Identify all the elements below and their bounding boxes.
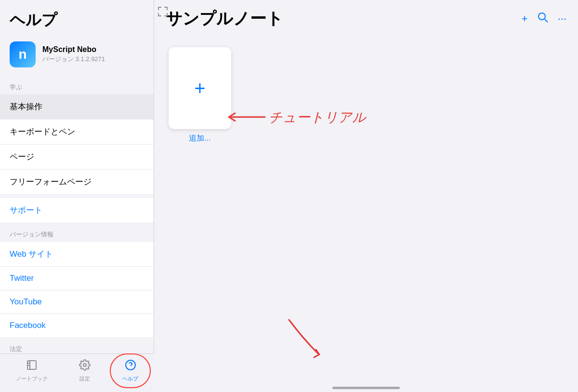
- sidebar-title: ヘルプ: [0, 0, 154, 36]
- svg-text:チュートリアル: チュートリアル: [269, 110, 367, 125]
- main-content: サンプルノート + ··· + 追加...: [154, 0, 578, 392]
- notebook-card-wrapper: + 追加...: [169, 47, 231, 129]
- tab-settings[interactable]: 設定: [73, 356, 96, 385]
- help-icon: [125, 359, 136, 374]
- tutorial-annotation: チュートリアル: [226, 95, 381, 139]
- menu-item-twitter[interactable]: Twitter: [0, 267, 154, 290]
- svg-line-8: [545, 19, 548, 22]
- sidebar: ヘルプ n MyScript Nebo バージョン 3.1.2.9271 学ぶ …: [0, 0, 154, 392]
- main-title: サンプルノート: [166, 8, 283, 30]
- tab-help[interactable]: ヘルプ: [117, 356, 144, 385]
- settings-tab-label: 設定: [79, 375, 90, 382]
- app-details: MyScript Nebo バージョン 3.1.2.9271: [42, 45, 105, 64]
- home-indicator: [332, 387, 400, 389]
- notebook-plus-icon: +: [194, 78, 205, 98]
- version-section-label: バージョン情報: [0, 222, 154, 242]
- app-icon: n: [10, 41, 36, 67]
- add-button[interactable]: +: [522, 13, 528, 25]
- learn-menu-group: 基本操作 キーボードとペン ページ フリーフォームページ: [0, 94, 154, 194]
- menu-item-youtube[interactable]: YouTube: [0, 290, 154, 314]
- expand-icon[interactable]: [158, 7, 168, 19]
- more-button[interactable]: ···: [558, 13, 566, 25]
- app-version: バージョン 3.1.2.9271: [42, 55, 105, 64]
- app-name: MyScript Nebo: [42, 45, 105, 54]
- help-tab-label: ヘルプ: [122, 375, 138, 382]
- menu-item-page[interactable]: ページ: [0, 144, 154, 170]
- add-label[interactable]: 追加...: [189, 133, 210, 144]
- support-menu-group: サポート: [0, 198, 154, 222]
- search-button[interactable]: [538, 12, 548, 26]
- notebook-tab-label: ノートブック: [16, 375, 48, 382]
- main-header: サンプルノート + ···: [154, 0, 578, 38]
- tab-notebook[interactable]: ノートブック: [10, 356, 53, 385]
- menu-item-basics[interactable]: 基本操作: [0, 94, 154, 119]
- notebook-icon: [26, 359, 38, 374]
- menu-item-freeform[interactable]: フリーフォームページ: [0, 170, 154, 194]
- app-container: ヘルプ n MyScript Nebo バージョン 3.1.2.9271 学ぶ …: [0, 0, 578, 392]
- svg-point-7: [539, 13, 545, 20]
- learn-section-label: 学ぶ: [0, 75, 154, 94]
- menu-item-facebook[interactable]: Facebook: [0, 314, 154, 337]
- menu-item-support[interactable]: サポート: [0, 198, 154, 222]
- notebook-card[interactable]: +: [169, 47, 231, 129]
- sidebar-content: ヘルプ n MyScript Nebo バージョン 3.1.2.9271 学ぶ …: [0, 0, 154, 392]
- svg-point-4: [83, 364, 86, 366]
- version-menu-group: Web サイト Twitter YouTube Facebook: [0, 242, 154, 337]
- menu-item-keyboard[interactable]: キーボードとペン: [0, 119, 154, 144]
- tab-bar: ノートブック 設定: [0, 353, 154, 392]
- settings-icon: [79, 359, 91, 374]
- app-icon-letter: n: [18, 47, 26, 62]
- app-info: n MyScript Nebo バージョン 3.1.2.9271: [0, 36, 154, 75]
- notebook-area: + 追加... チュートリアル: [154, 38, 578, 392]
- header-actions: + ···: [522, 12, 566, 26]
- menu-item-web[interactable]: Web サイト: [0, 242, 154, 267]
